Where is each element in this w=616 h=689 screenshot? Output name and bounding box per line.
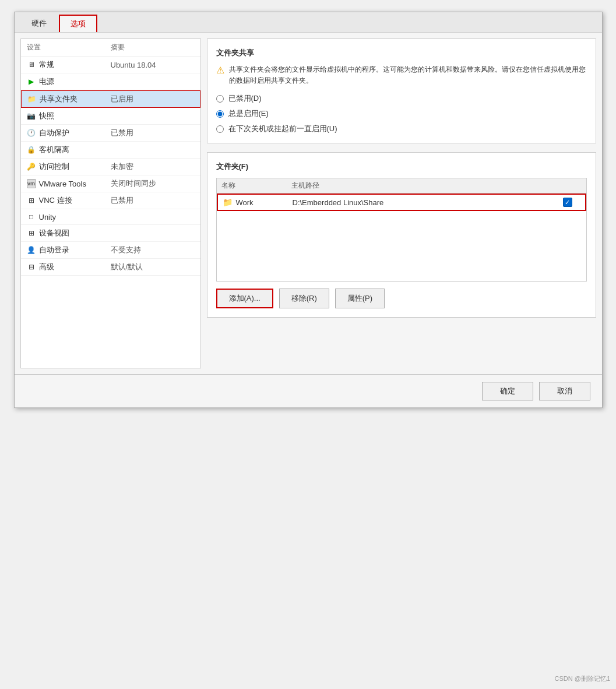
device-view-icon: ⊞ (27, 229, 36, 238)
folder-row-work[interactable]: 📁 Work D:\Emberdded Linux\Share ✓ (217, 194, 586, 211)
setting-value-autologin: 不受支持 (111, 245, 195, 255)
tab-options[interactable]: 选项 (59, 15, 97, 32)
setting-item-autoprotect[interactable]: 🕐 自动保护 已禁用 (21, 125, 200, 142)
main-dialog: 硬件 选项 设置 摘要 🖥 常规 Ubuntu 18.04 ▶ 电 (14, 12, 603, 408)
col-settings: 设置 (27, 43, 111, 52)
radio-always[interactable]: 总是启用(E) (216, 108, 587, 119)
remove-button[interactable]: 移除(R) (279, 289, 329, 308)
setting-item-shared-folders[interactable]: 📁 共享文件夹 已启用 (21, 90, 200, 108)
snapshot-icon: 📷 (27, 111, 36, 121)
radio-always-input[interactable] (216, 110, 224, 118)
folder-path-work: D:\Emberdded Linux\Share (293, 198, 563, 207)
vnc-icon: ⊞ (27, 196, 36, 205)
setting-value-access-control: 未加密 (111, 161, 195, 172)
warning-icon: ⚠ (216, 65, 224, 76)
isolation-icon: 🔒 (27, 145, 36, 154)
folder-table-header: 名称 主机路径 (217, 178, 586, 194)
folder-name-work: 📁 Work (223, 198, 293, 207)
radio-until-poweroff[interactable]: 在下次关机或挂起前一直启用(U) (216, 124, 587, 134)
add-button[interactable]: 添加(A)... (216, 289, 273, 308)
right-panel: 文件夹共享 ⚠ 共享文件夹会将您的文件显示给虚拟机中的程序。这可能为您的计算机和… (207, 38, 596, 368)
folder-sharing-section: 文件夹共享 ⚠ 共享文件夹会将您的文件显示给虚拟机中的程序。这可能为您的计算机和… (207, 38, 596, 143)
setting-value-autoprotect: 已禁用 (111, 128, 195, 138)
folder-table: 名称 主机路径 📁 Work D:\Emberdded Linux\Share … (216, 178, 587, 282)
setting-value-advanced: 默认/默认 (111, 262, 195, 272)
watermark: CSDN @删除记忆1 (554, 674, 610, 683)
setting-label-access-control: 访问控制 (39, 161, 69, 172)
setting-label-general: 常规 (39, 59, 54, 70)
setting-label-isolation: 客机隔离 (39, 145, 69, 155)
setting-item-access-control[interactable]: 🔑 访问控制 未加密 (21, 159, 200, 175)
setting-item-vmware-tools[interactable]: vm VMware Tools 关闭时间同步 (21, 175, 200, 192)
setting-label-snapshots: 快照 (39, 111, 54, 121)
setting-value-shared-folders: 已启用 (111, 94, 194, 104)
folder-sharing-title: 文件夹共享 (216, 48, 587, 58)
col-name-header: 名称 (221, 181, 291, 191)
autoprotect-icon: 🕐 (27, 128, 36, 138)
setting-label-autoprotect: 自动保护 (39, 128, 69, 138)
setting-item-advanced[interactable]: ⊟ 高级 默认/默认 (21, 259, 200, 276)
setting-item-autologin[interactable]: 👤 自动登录 不受支持 (21, 242, 200, 259)
setting-value-general: Ubuntu 18.04 (111, 61, 195, 69)
radio-disabled[interactable]: 已禁用(D) (216, 93, 587, 104)
folders-title: 文件夹(F) (216, 161, 587, 172)
setting-item-isolation[interactable]: 🔒 客机隔离 (21, 142, 200, 159)
monitor-icon: 🖥 (27, 60, 36, 69)
vmware-icon: vm (27, 179, 36, 188)
folder-name-text-work: Work (236, 198, 254, 207)
col-summary: 摘要 (111, 43, 195, 52)
setting-item-device-view[interactable]: ⊞ 设备视图 (21, 225, 200, 242)
radio-disabled-input[interactable] (216, 95, 224, 103)
access-icon: 🔑 (27, 162, 36, 171)
radio-group: 已禁用(D) 总是启用(E) 在下次关机或挂起前一直启用(U) (216, 93, 587, 134)
warning-text: 共享文件夹会将您的文件显示给虚拟机中的程序。这可能为您的计算机和数据带来风险。请… (229, 64, 587, 86)
section-header: 设置 摘要 (21, 39, 200, 57)
radio-always-label: 总是启用(E) (228, 108, 269, 119)
setting-label-vmware-tools: VMware Tools (39, 180, 86, 188)
unity-icon: □ (27, 212, 36, 222)
radio-until-poweroff-input[interactable] (216, 125, 224, 133)
setting-value-vmware-tools: 关闭时间同步 (111, 178, 195, 189)
bottom-bar: 确定 取消 (15, 374, 602, 407)
main-content: 设置 摘要 🖥 常规 Ubuntu 18.04 ▶ 电源 (15, 33, 602, 374)
advanced-icon: ⊟ (27, 262, 36, 272)
properties-button[interactable]: 属性(P) (335, 289, 385, 308)
setting-label-device-view: 设备视图 (39, 228, 69, 238)
radio-until-poweroff-label: 在下次关机或挂起前一直启用(U) (228, 124, 337, 134)
setting-label-shared-folders: 共享文件夹 (40, 94, 78, 104)
cancel-button[interactable]: 取消 (539, 382, 590, 400)
setting-item-vnc[interactable]: ⊞ VNC 连接 已禁用 (21, 192, 200, 209)
tab-hardware[interactable]: 硬件 (20, 15, 58, 32)
setting-label-autologin: 自动登录 (39, 245, 69, 255)
power-icon: ▶ (27, 77, 36, 86)
warning-box: ⚠ 共享文件夹会将您的文件显示给虚拟机中的程序。这可能为您的计算机和数据带来风险… (216, 64, 587, 86)
setting-label-vnc: VNC 连接 (39, 195, 72, 206)
col-path-header: 主机路径 (291, 181, 582, 191)
folder-checkbox-work[interactable]: ✓ (563, 198, 572, 207)
ok-button[interactable]: 确定 (482, 382, 533, 400)
setting-value-vnc: 已禁用 (111, 195, 195, 206)
setting-label-power: 电源 (39, 76, 54, 87)
folder-button-row: 添加(A)... 移除(R) 属性(P) (216, 289, 587, 308)
radio-disabled-label: 已禁用(D) (228, 93, 262, 104)
setting-label-advanced: 高级 (39, 262, 54, 272)
setting-item-power[interactable]: ▶ 电源 (21, 73, 200, 90)
setting-label-unity: Unity (39, 213, 57, 222)
left-panel: 设置 摘要 🖥 常规 Ubuntu 18.04 ▶ 电源 (20, 38, 201, 368)
tab-bar: 硬件 选项 (15, 12, 602, 33)
share-icon: 📁 (27, 94, 37, 104)
setting-item-general[interactable]: 🖥 常规 Ubuntu 18.04 (21, 57, 200, 73)
setting-item-unity[interactable]: □ Unity (21, 209, 200, 225)
setting-item-snapshots[interactable]: 📷 快照 (21, 108, 200, 125)
folder-table-empty (217, 211, 586, 281)
autologin-icon: 👤 (27, 245, 36, 255)
folder-icon-work: 📁 (223, 198, 233, 207)
folders-section: 文件夹(F) 名称 主机路径 📁 Work D:\Emberdded Linux… (207, 152, 596, 318)
